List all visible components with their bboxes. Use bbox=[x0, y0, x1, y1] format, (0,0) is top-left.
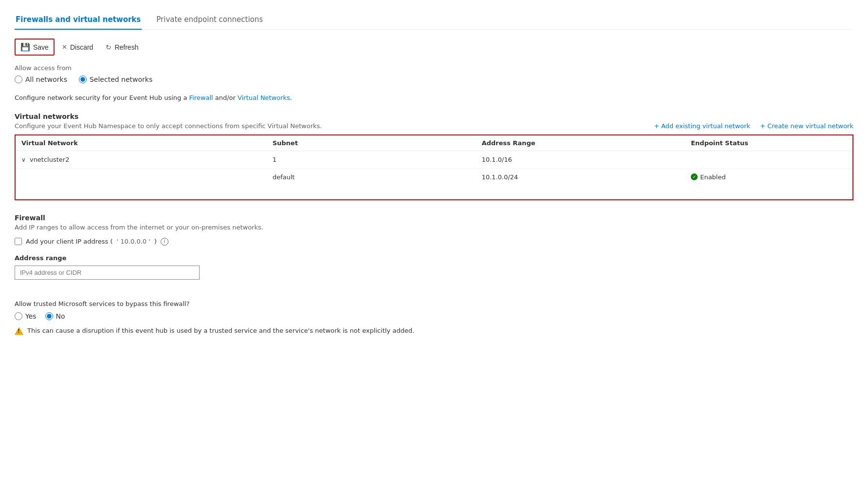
firewall-section: Firewall Add IP ranges to allow access f… bbox=[15, 214, 853, 290]
trusted-yes-option[interactable]: Yes bbox=[15, 312, 37, 320]
warning-row: This can cause a disruption if this even… bbox=[15, 327, 853, 335]
all-networks-label: All networks bbox=[25, 76, 67, 83]
enabled-badge: Enabled bbox=[691, 173, 847, 181]
vnet-name: vnetcluster2 bbox=[30, 156, 70, 163]
addr-cell-2: 10.1.0.0/24 bbox=[476, 168, 685, 186]
selected-networks-label: Selected networks bbox=[90, 76, 152, 83]
description-prefix: Configure network security for your Even… bbox=[15, 94, 189, 101]
warning-text: This can cause a disruption if this even… bbox=[27, 327, 414, 334]
trusted-no-option[interactable]: No bbox=[45, 312, 65, 320]
virtual-networks-subtitle: Configure your Event Hub Namespace to on… bbox=[15, 122, 654, 130]
trusted-no-radio[interactable] bbox=[45, 312, 53, 320]
firewall-title: Firewall bbox=[15, 214, 853, 222]
warning-icon bbox=[15, 327, 23, 335]
table-row: default 10.1.0.0/24 Enabled bbox=[16, 168, 852, 186]
trusted-no-label: No bbox=[56, 312, 65, 320]
vnet-action-links: + Add existing virtual network + Create … bbox=[654, 122, 853, 130]
status-cell-2: Enabled bbox=[685, 168, 852, 186]
client-ip-label: Add your client IP address ( bbox=[26, 238, 113, 245]
description-suffix: . bbox=[290, 94, 292, 101]
vnet-table: Virtual Network Subnet Address Range End… bbox=[16, 135, 852, 186]
allow-access-section: Allow access from All networks Selected … bbox=[15, 64, 853, 83]
virtual-networks-title: Virtual networks bbox=[15, 113, 853, 120]
table-row: ∨ vnetcluster2 1 10.1.0/16 bbox=[16, 151, 852, 168]
addr-cell-1: 10.1.0/16 bbox=[476, 151, 685, 168]
all-networks-option[interactable]: All networks bbox=[15, 76, 67, 83]
tab-firewalls[interactable]: Firewalls and virtual networks bbox=[15, 10, 142, 30]
selected-networks-option[interactable]: Selected networks bbox=[79, 76, 152, 83]
refresh-label: Refresh bbox=[114, 43, 138, 51]
discard-button[interactable]: ✕ Discard bbox=[56, 40, 98, 55]
save-icon: 💾 bbox=[20, 42, 30, 52]
info-icon[interactable]: i bbox=[161, 238, 168, 246]
subnet-cell-1: 1 bbox=[267, 151, 476, 168]
col-header-vnet: Virtual Network bbox=[16, 135, 267, 151]
status-cell-1 bbox=[685, 151, 852, 168]
col-header-subnet: Subnet bbox=[267, 135, 476, 151]
refresh-icon: ↻ bbox=[106, 43, 111, 51]
enabled-label: Enabled bbox=[700, 173, 726, 181]
create-new-vnet-link[interactable]: + Create new virtual network bbox=[760, 122, 853, 130]
add-existing-vnet-link[interactable]: + Add existing virtual network bbox=[654, 122, 750, 130]
discard-label: Discard bbox=[70, 43, 93, 51]
trusted-radio-group: Yes No bbox=[15, 312, 853, 320]
client-ip-checkbox-row: Add your client IP address ( ' 10.0.0.0 … bbox=[15, 238, 853, 246]
trusted-yes-label: Yes bbox=[25, 312, 37, 320]
trusted-services-question: Allow trusted Microsoft services to bypa… bbox=[15, 300, 853, 307]
vnet-link[interactable]: Virtual Networks bbox=[238, 94, 290, 101]
address-range-input[interactable] bbox=[15, 266, 200, 280]
col-header-status: Endpoint Status bbox=[685, 135, 852, 151]
vnet-table-wrapper: Virtual Network Subnet Address Range End… bbox=[15, 134, 853, 200]
selected-networks-radio[interactable] bbox=[79, 76, 87, 83]
save-label: Save bbox=[33, 43, 49, 51]
trusted-services-section: Allow trusted Microsoft services to bypa… bbox=[15, 300, 853, 335]
client-ip-suffix: ) bbox=[154, 238, 157, 245]
description-middle: and/or bbox=[213, 94, 238, 101]
subnet-cell-2: default bbox=[267, 168, 476, 186]
firewall-description: Add IP ranges to allow access from the i… bbox=[15, 224, 853, 231]
vnet-name-cell: ∨ vnetcluster2 bbox=[16, 151, 267, 168]
firewall-link[interactable]: Firewall bbox=[189, 94, 213, 101]
toolbar: 💾 Save ✕ Discard ↻ Refresh bbox=[15, 38, 853, 56]
allow-access-label: Allow access from bbox=[15, 64, 853, 72]
trusted-yes-radio[interactable] bbox=[15, 312, 22, 320]
client-ip-checkbox[interactable] bbox=[15, 238, 22, 245]
col-header-addr: Address Range bbox=[476, 135, 685, 151]
enabled-dot-icon bbox=[691, 173, 698, 180]
tabs-container: Firewalls and virtual networks Private e… bbox=[15, 10, 853, 30]
table-header-row: Virtual Network Subnet Address Range End… bbox=[16, 135, 852, 151]
discard-icon: ✕ bbox=[62, 43, 67, 51]
all-networks-radio[interactable] bbox=[15, 76, 22, 83]
refresh-button[interactable]: ↻ Refresh bbox=[100, 40, 144, 55]
tab-private[interactable]: Private endpoint connections bbox=[155, 10, 264, 30]
virtual-networks-section: Virtual networks Configure your Event Hu… bbox=[15, 113, 853, 200]
access-radio-group: All networks Selected networks bbox=[15, 76, 853, 83]
client-ip-value: ' 10.0.0.0 ' bbox=[117, 238, 150, 245]
chevron-icon[interactable]: ∨ bbox=[21, 156, 26, 163]
address-range-label: Address range bbox=[15, 254, 853, 262]
virtual-networks-subtitle-row: Configure your Event Hub Namespace to on… bbox=[15, 122, 853, 130]
vnet-name-cell-2 bbox=[16, 168, 267, 186]
save-button[interactable]: 💾 Save bbox=[15, 38, 55, 56]
description-text: Configure network security for your Even… bbox=[15, 93, 853, 103]
